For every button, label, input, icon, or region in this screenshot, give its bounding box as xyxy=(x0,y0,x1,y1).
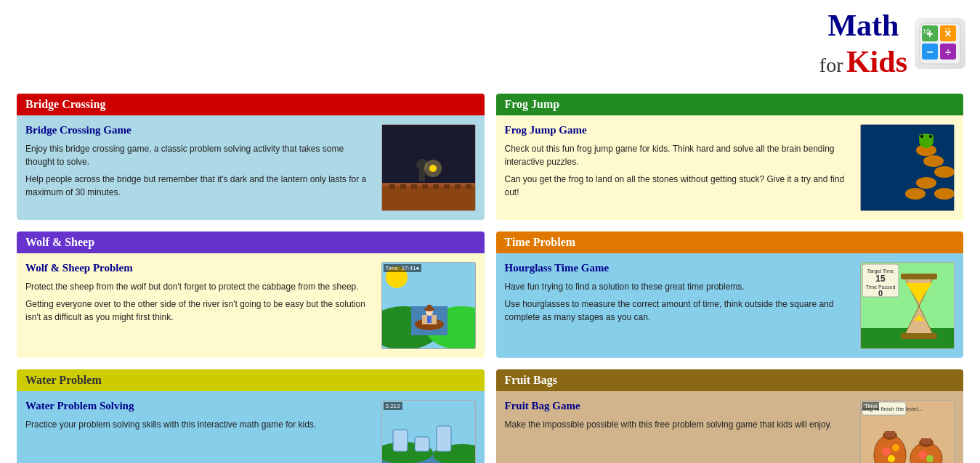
svg-rect-14 xyxy=(389,184,395,210)
svg-point-80 xyxy=(926,455,934,462)
svg-text:÷: ÷ xyxy=(945,46,951,58)
svg-rect-23 xyxy=(419,171,425,181)
wolf-title[interactable]: Wolf & Sheep Problem xyxy=(25,262,374,274)
logo-for-kids: for Kids xyxy=(819,44,907,80)
wolf-desc2: Getting everyone over to the other side … xyxy=(25,298,374,324)
svg-rect-12 xyxy=(382,183,476,211)
svg-rect-17 xyxy=(422,184,428,210)
svg-rect-15 xyxy=(400,184,406,210)
time-body: Hourglass Time Game Have fun trying to f… xyxy=(496,253,964,358)
time-info: Hourglass Time Game Have fun trying to f… xyxy=(505,262,854,349)
fruit-info: Fruit Bag Game Make the impossible possi… xyxy=(505,400,854,463)
wolf-thumb-time: Time: 27:41● xyxy=(384,264,422,272)
wolf-desc1: Protect the sheep from the wolf but don'… xyxy=(25,280,374,293)
wolf-header: Wolf & Sheep xyxy=(17,232,485,253)
water-thumb-label: 3,213 xyxy=(384,402,402,410)
svg-point-37 xyxy=(929,135,932,138)
bridge-section: Bridge Crossing Bridge Crossing Game Enj… xyxy=(17,94,485,220)
svg-rect-16 xyxy=(411,184,417,210)
svg-rect-46 xyxy=(427,316,432,323)
svg-rect-19 xyxy=(444,184,450,210)
svg-rect-48 xyxy=(427,305,432,311)
svg-rect-66 xyxy=(415,437,429,451)
water-section: Water Problem Water Problem Solving Prac… xyxy=(17,369,485,463)
bridge-thumbnail[interactable]: Minutes Score: 45264 xyxy=(381,124,476,211)
frog-thumbnail[interactable]: STAGE 1/10 RETRY xyxy=(860,124,955,211)
main-grid: Bridge Crossing Bridge Crossing Game Enj… xyxy=(0,88,980,463)
fruit-title[interactable]: Fruit Bag Game xyxy=(505,400,854,412)
svg-text:10: 10 xyxy=(923,28,930,35)
svg-point-25 xyxy=(429,165,437,172)
fruit-section: Fruit Bags Fruit Bag Game Make the impos… xyxy=(496,369,964,463)
frog-body: Frog Jump Game Check out this fun frog j… xyxy=(496,115,964,220)
svg-rect-20 xyxy=(455,184,461,210)
water-info: Water Problem Solving Practice your prob… xyxy=(25,400,374,463)
water-title[interactable]: Water Problem Solving xyxy=(25,400,374,412)
svg-rect-52 xyxy=(901,274,937,279)
wolf-body: Wolf & Sheep Problem Protect the sheep f… xyxy=(17,253,485,358)
wolf-thumbnail[interactable]: Time: 27:41● xyxy=(381,262,476,349)
wolf-info: Wolf & Sheep Problem Protect the sheep f… xyxy=(25,262,374,349)
fruit-thumb-label: Time xyxy=(862,402,879,410)
svg-point-76 xyxy=(882,447,891,456)
logo-math: Math xyxy=(819,7,907,44)
svg-rect-67 xyxy=(437,426,451,451)
fruit-header: Fruit Bags xyxy=(496,369,964,391)
svg-text:0: 0 xyxy=(878,289,883,298)
svg-point-31 xyxy=(905,188,926,200)
time-thumbnail[interactable]: Target Time 15 Time Passed 0 xyxy=(860,262,955,349)
bridge-desc1: Enjoy this bridge crossing game, a class… xyxy=(25,142,374,168)
logo-text: Math for Kids xyxy=(819,7,907,81)
bridge-desc2: Help people across the bridge but rememb… xyxy=(25,173,374,199)
frog-section: Frog Jump Frog Jump Game Check out this … xyxy=(496,94,964,220)
frog-info: Frog Jump Game Check out this fun frog j… xyxy=(505,124,854,211)
svg-rect-21 xyxy=(466,184,471,210)
frog-desc2: Can you get the frog to land on all the … xyxy=(505,173,854,199)
svg-point-27 xyxy=(916,177,936,189)
water-desc1: Practice your problem solving skills wit… xyxy=(25,418,374,431)
bridge-body: Bridge Crossing Game Enjoy this bridge c… xyxy=(17,115,485,220)
logo-icon: + × − ÷ 10 13 xyxy=(915,18,965,69)
bridge-info: Bridge Crossing Game Enjoy this bridge c… xyxy=(25,124,374,211)
svg-point-77 xyxy=(892,444,899,451)
time-header: Time Problem xyxy=(496,232,964,253)
svg-rect-18 xyxy=(433,184,439,210)
svg-rect-65 xyxy=(393,430,408,451)
svg-text:13: 13 xyxy=(944,28,950,33)
frog-title[interactable]: Frog Jump Game xyxy=(505,124,854,136)
svg-rect-53 xyxy=(901,333,937,339)
svg-point-79 xyxy=(918,451,927,459)
fruit-body: Fruit Bag Game Make the impossible possi… xyxy=(496,391,964,463)
svg-point-78 xyxy=(888,455,895,462)
svg-rect-13 xyxy=(382,183,476,187)
bridge-header: Bridge Crossing xyxy=(17,94,485,115)
frog-header: Frog Jump xyxy=(496,94,964,115)
svg-point-28 xyxy=(934,166,955,178)
svg-rect-75 xyxy=(921,438,931,444)
water-body: Water Problem Solving Practice your prob… xyxy=(17,391,485,463)
water-thumbnail[interactable]: 3,213 xyxy=(381,400,476,463)
svg-point-29 xyxy=(923,155,944,167)
fruit-thumbnail[interactable]: Pick a bag to finish the level... Time xyxy=(860,400,955,463)
time-desc2: Use hourglasses to measure the correct a… xyxy=(505,298,854,324)
svg-point-30 xyxy=(934,188,955,200)
bridge-title[interactable]: Bridge Crossing Game xyxy=(25,124,374,136)
page-header: Math for Kids + × − ÷ 10 13 xyxy=(0,0,980,88)
time-section: Time Problem Hourglass Time Game Have fu… xyxy=(496,232,964,358)
svg-text:−: − xyxy=(926,46,933,58)
wolf-section: Wolf & Sheep Wolf & Sheep Problem Protec… xyxy=(17,232,485,358)
fruit-desc1: Make the impossible possible with this f… xyxy=(505,418,854,431)
svg-rect-72 xyxy=(885,431,895,437)
time-title[interactable]: Hourglass Time Game xyxy=(505,262,854,274)
time-desc1: Have fun trying to find a solution to th… xyxy=(505,280,854,293)
svg-point-36 xyxy=(920,135,923,138)
svg-text:15: 15 xyxy=(875,274,886,284)
frog-desc1: Check out this fun frog jump game for ki… xyxy=(505,142,854,168)
water-header: Water Problem xyxy=(17,369,485,391)
